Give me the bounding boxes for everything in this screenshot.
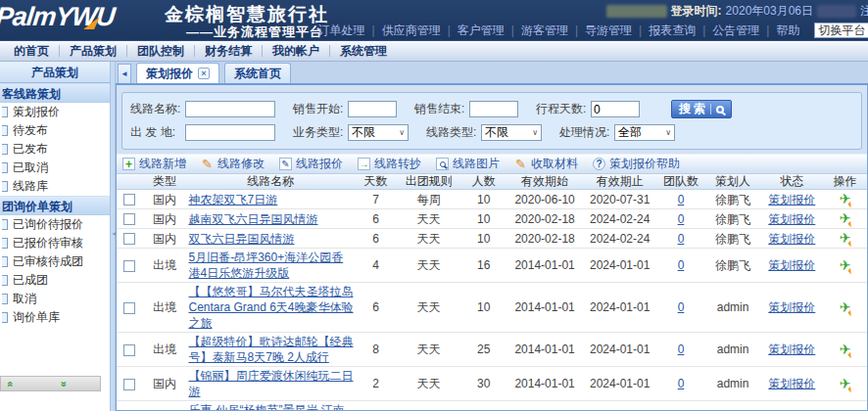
main-menu-item[interactable]: 产品策划 <box>60 43 126 60</box>
sidebar-item[interactable]: 已发布 <box>0 140 110 159</box>
collapse-sidebar-icon[interactable]: ◄ <box>111 230 116 238</box>
sidebar-item[interactable]: 取消 <box>0 290 110 308</box>
filter-select[interactable]: 全部∨ <box>614 124 675 141</box>
row-checkbox[interactable] <box>123 260 135 272</box>
route-name-link[interactable]: 越南双飞六日异国风情游 <box>188 212 317 226</box>
filter-select[interactable]: 不限∨ <box>348 124 409 141</box>
plane-icon[interactable] <box>840 410 851 411</box>
plane-icon[interactable] <box>840 376 851 392</box>
route-name-link[interactable]: 5月旧番-昂坪360+海洋公园香港4日乐悠游升级版 <box>188 251 343 280</box>
status-link[interactable]: 策划报价 <box>768 193 815 206</box>
route-name-link[interactable]: 【【悠悠哥】马尔代夫圣塔拉岛 Centara Grand 6天4晚豪华体验之旅 <box>188 285 353 330</box>
sidebar-item[interactable]: 策划报价 <box>0 103 110 121</box>
row-checkbox[interactable] <box>123 194 135 206</box>
sidebar-splitter[interactable]: ◄ <box>110 62 116 411</box>
route-name-link[interactable]: 神农架双飞7日游 <box>188 193 277 206</box>
scroll-up-icon[interactable]: « <box>5 381 16 387</box>
status-link[interactable]: 策划报价 <box>768 232 815 246</box>
teams-count-link[interactable]: 0 <box>678 232 685 246</box>
route-name-link[interactable]: 双飞六日异国风情游 <box>188 232 294 246</box>
header-right: 登录时间: 2020年03月06日 注销 订单处理|供应商管理|客户管理|游客管… <box>408 0 868 40</box>
filter-input[interactable] <box>591 101 640 117</box>
plane-icon[interactable] <box>840 257 851 274</box>
toolbar-button[interactable]: 线路修改 <box>201 156 265 172</box>
main-menu-item[interactable]: 财务结算 <box>195 43 262 60</box>
toolbar-button[interactable]: 线路报价 <box>279 156 343 172</box>
route-name-link[interactable]: 乐惠·仙居“杨梅节”景星岩 江南长城 品质二日游 <box>188 403 344 410</box>
row-checkbox[interactable] <box>123 233 135 245</box>
filter-input[interactable] <box>348 101 397 117</box>
close-icon[interactable]: × <box>198 68 210 79</box>
top-menu-item[interactable]: 公告管理 <box>705 23 766 39</box>
toolbar-button[interactable]: 线路图片 <box>436 156 500 172</box>
search-button[interactable]: 搜 索 <box>671 100 732 118</box>
route-name-link[interactable]: 【超级特价】歌诗达邮轮【经典号】泰新马8天7晚 2人成行 <box>188 335 353 364</box>
filter-select[interactable]: 不限∨ <box>481 124 542 141</box>
row-checkbox[interactable] <box>123 344 135 356</box>
teams-count-link[interactable]: 0 <box>678 212 685 226</box>
top-menu-item[interactable]: 供应商管理 <box>375 23 448 39</box>
teams-count-link[interactable]: 0 <box>678 300 685 314</box>
toolbar-button[interactable]: 线路新增 <box>122 156 186 172</box>
main-menu-item[interactable]: 团队控制 <box>127 43 194 60</box>
status-link[interactable]: 策划报价 <box>768 300 815 314</box>
main-menu-item[interactable]: 的首页 <box>4 43 59 60</box>
row-checkbox[interactable] <box>123 302 135 314</box>
teams-count-link[interactable]: 0 <box>678 258 685 272</box>
row-checkbox[interactable] <box>123 213 135 225</box>
top-menu-item[interactable]: 帮助 <box>769 23 806 39</box>
filter-input[interactable] <box>469 101 518 117</box>
tab-system-home[interactable]: 系统首页 <box>224 63 291 83</box>
status-link[interactable]: 策划报价 <box>768 212 815 226</box>
platform-switch-select[interactable]: 切换平台 ∨ <box>814 23 868 38</box>
top-menu-item[interactable]: 订单处理 <box>312 23 372 39</box>
valid-to-cell: 2024-01-01 <box>583 249 657 283</box>
checkbox-cell <box>117 333 143 367</box>
sidebar-item[interactable]: 已报价待审核 <box>0 234 110 252</box>
sidebar-item[interactable]: 已成团 <box>0 271 110 290</box>
sidebar-panel-title[interactable]: 产品策划 <box>0 62 110 83</box>
row-checkbox[interactable] <box>123 379 135 390</box>
sidebar-item[interactable]: 待发布 <box>0 121 110 140</box>
tab-planning-quote[interactable]: 策划报价 × <box>136 63 219 83</box>
status-link[interactable]: 策划报价 <box>768 258 815 272</box>
chevron-down-icon: ∨ <box>665 128 671 137</box>
tab-scroll-left-button[interactable]: ◄ <box>118 64 131 83</box>
sidebar-item[interactable]: 询价单库 <box>0 308 110 327</box>
route-name-link[interactable]: 【锦丽】周庄爱渡休闲纯玩二日游 <box>188 369 353 398</box>
filter-input[interactable] <box>185 124 275 141</box>
plane-icon[interactable] <box>840 299 851 316</box>
top-menu-item[interactable]: 客户管理 <box>451 23 511 39</box>
toolbar-button[interactable]: 线路转抄 <box>358 156 421 172</box>
sidebar-item[interactable]: 已审核待成团 <box>0 252 110 271</box>
days-cell: 8 <box>355 333 397 367</box>
top-menu-item[interactable]: 报表查询 <box>642 23 702 39</box>
sidebar-item[interactable]: 已询价待报价 <box>0 215 110 234</box>
valid-from-cell: 2014-01-01 <box>506 249 583 283</box>
plane-icon[interactable] <box>840 210 851 227</box>
sidebar-item[interactable]: 已取消 <box>0 159 110 177</box>
filter-label: 出 发 地: <box>130 124 185 141</box>
main-menu-item[interactable]: 我的帐户 <box>263 43 329 60</box>
teams-count-link[interactable]: 0 <box>678 377 685 390</box>
sidebar-section-title[interactable]: 客线路策划 <box>0 83 110 103</box>
teams-count-link[interactable]: 0 <box>678 342 685 356</box>
plane-icon[interactable] <box>840 191 851 207</box>
sidebar-section-title[interactable]: 团询价单策划 <box>0 196 110 215</box>
teams-count-link[interactable]: 0 <box>678 193 685 206</box>
plane-icon[interactable] <box>840 230 851 247</box>
valid-to-cell: 2024-02-24 <box>583 229 657 249</box>
top-menu-item[interactable]: 游客管理 <box>514 23 575 39</box>
status-link[interactable]: 策划报价 <box>768 342 815 356</box>
toolbar-button[interactable]: 策划报价帮助 <box>593 156 680 172</box>
sidebar-item[interactable]: 线路库 <box>0 177 110 196</box>
scroll-down-icon[interactable]: « <box>58 381 69 387</box>
filter-input[interactable] <box>185 101 275 117</box>
main-menu-item[interactable]: 系统管理 <box>330 43 397 60</box>
logout-link[interactable]: 注销 <box>860 3 868 20</box>
status-cell: 策划报价 <box>761 333 823 367</box>
toolbar-button[interactable]: 收取材料 <box>514 156 578 172</box>
top-menu-item[interactable]: 导游管理 <box>578 23 639 39</box>
status-link[interactable]: 策划报价 <box>768 377 815 390</box>
plane-icon[interactable] <box>840 342 851 358</box>
